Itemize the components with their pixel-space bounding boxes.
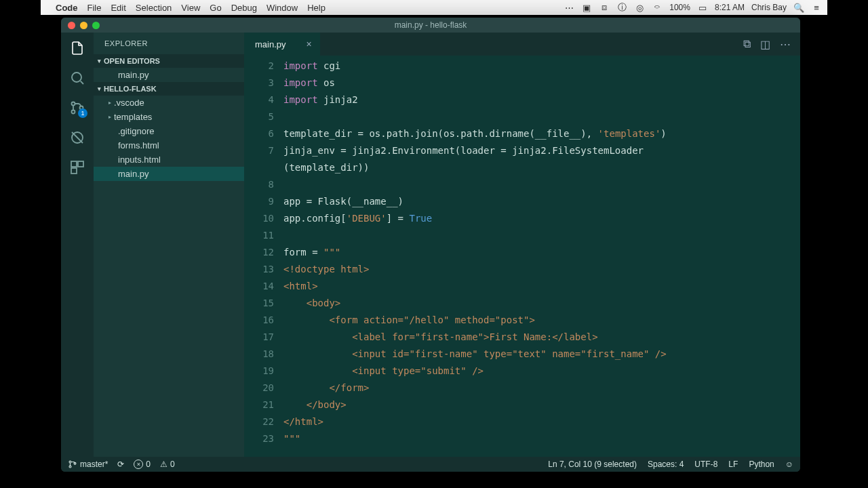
git-activity[interactable]: 1 (68, 99, 86, 117)
svg-rect-6 (78, 161, 83, 167)
file-main-py[interactable]: main.py (94, 167, 244, 181)
cursor-position[interactable]: Ln 7, Col 10 (9 selected) (548, 460, 637, 469)
tab-label: main.py (255, 39, 286, 49)
explorer-title: EXPLORER (94, 33, 244, 54)
menu-window[interactable]: Window (267, 3, 298, 13)
spiral-icon[interactable]: ◎ (634, 3, 645, 13)
tab-bar: main.py × ⧉ ◫ ⋯ (244, 33, 800, 56)
indentation[interactable]: Spaces: 4 (648, 460, 684, 469)
warning-icon: ⚠ (160, 460, 167, 469)
sync-icon[interactable]: ⟳ (117, 460, 124, 469)
git-badge: 1 (78, 108, 87, 118)
close-window-icon[interactable] (68, 22, 75, 29)
diff-icon[interactable]: ⧉ (743, 38, 751, 50)
eol[interactable]: LF (728, 460, 738, 469)
chevron-right-icon: ▸ (108, 114, 111, 120)
warnings-count[interactable]: ⚠ 0 (160, 460, 175, 469)
svg-rect-5 (71, 161, 77, 167)
titlebar: main.py - hello-flask (61, 18, 800, 33)
menu-file[interactable]: File (87, 3, 102, 13)
language-mode[interactable]: Python (749, 460, 774, 469)
debug-activity[interactable] (68, 129, 86, 146)
battery-icon[interactable]: ▭ (697, 3, 708, 13)
chevron-down-icon: ▾ (98, 58, 101, 64)
battery-pct[interactable]: 100% (669, 3, 690, 12)
file-inputs-html[interactable]: inputs.html (94, 152, 244, 167)
folder-.vscode[interactable]: ▸.vscode (94, 96, 244, 110)
app-name[interactable]: Code (56, 3, 78, 13)
chevron-down-icon: ▾ (98, 85, 101, 92)
folder-templates[interactable]: ▸templates (94, 110, 244, 124)
editor-area: main.py × ⧉ ◫ ⋯ 234567891011121314151617… (244, 33, 800, 457)
git-branch[interactable]: master* (68, 460, 108, 469)
menu-view[interactable]: View (181, 3, 200, 13)
explorer-sidebar: EXPLORER ▾ OPEN EDITORS main.py ▾ HELLO-… (94, 33, 244, 457)
search-activity[interactable] (68, 69, 86, 87)
file-forms-html[interactable]: forms.html (94, 138, 244, 152)
file--gitignore[interactable]: .gitignore (94, 124, 244, 138)
encoding[interactable]: UTF-8 (694, 460, 717, 469)
more-icon[interactable]: ⋯ (780, 38, 791, 51)
split-icon[interactable]: ◫ (760, 38, 770, 51)
menu-debug[interactable]: Debug (231, 3, 257, 13)
svg-point-2 (72, 110, 75, 114)
chevron-right-icon: ▸ (108, 100, 111, 106)
info-icon[interactable]: ⓘ (616, 1, 627, 14)
menu-help[interactable]: Help (307, 3, 326, 13)
project-header[interactable]: ▾ HELLO-FLASK (94, 82, 244, 96)
svg-rect-7 (71, 168, 77, 174)
activity-bar: 1 (61, 33, 94, 457)
svg-point-9 (69, 466, 71, 468)
mac-menubar: Code File Edit Selection View Go Debug W… (41, 0, 827, 15)
open-editor-item[interactable]: main.py (94, 68, 244, 82)
wifi-icon[interactable]: ⌔ (652, 3, 663, 13)
vscode-window: main.py - hello-flask 1 EXPLORER (61, 18, 800, 472)
minimize-window-icon[interactable] (80, 22, 87, 29)
code-editor[interactable]: 234567891011121314151617181920212223 imp… (244, 56, 800, 457)
search-icon[interactable]: 🔍 (793, 3, 804, 13)
tab-main-py[interactable]: main.py × (244, 33, 321, 56)
menu-icon[interactable]: ≡ (811, 3, 822, 13)
screencast-icon[interactable]: ▣ (581, 3, 592, 13)
overflow-icon[interactable]: ⋯ (564, 3, 574, 13)
clock[interactable]: 8:21 AM (715, 3, 745, 12)
close-icon[interactable]: × (307, 39, 312, 49)
svg-point-8 (69, 461, 71, 463)
menu-go[interactable]: Go (210, 3, 221, 13)
error-icon: × (134, 460, 143, 469)
statusbar: master* ⟳ × 0 ⚠ 0 Ln 7, Col 10 (9 select… (61, 457, 800, 472)
dropbox-icon[interactable]: ⧈ (599, 2, 610, 13)
menu-selection[interactable]: Selection (136, 3, 172, 13)
extensions-activity[interactable] (68, 159, 86, 176)
svg-point-1 (72, 102, 75, 106)
open-editors-header[interactable]: ▾ OPEN EDITORS (94, 54, 244, 68)
window-title: main.py - hello-flask (395, 20, 467, 30)
svg-point-0 (72, 73, 81, 82)
feedback-icon[interactable]: ☺ (785, 460, 793, 469)
errors-count[interactable]: × 0 (134, 460, 151, 469)
user-name[interactable]: Chris Bay (751, 3, 787, 12)
explorer-activity[interactable] (68, 39, 86, 57)
menu-edit[interactable]: Edit (111, 3, 125, 13)
maximize-window-icon[interactable] (92, 22, 100, 29)
